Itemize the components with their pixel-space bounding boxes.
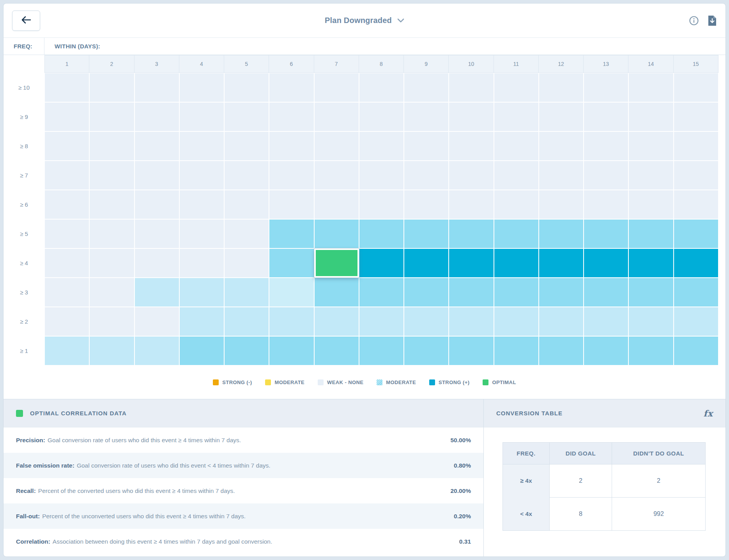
heatmap-cell[interactable] [449, 131, 494, 161]
heatmap-cell[interactable] [359, 307, 404, 336]
heatmap-cell[interactable] [628, 190, 673, 219]
heatmap-cell[interactable] [449, 102, 494, 131]
heatmap-cell[interactable] [179, 190, 224, 219]
heatmap-cell[interactable] [359, 336, 404, 365]
heatmap-cell[interactable] [539, 102, 584, 131]
heatmap-cell[interactable] [44, 336, 89, 365]
heatmap-cell[interactable] [134, 190, 179, 219]
heatmap-cell[interactable] [134, 248, 179, 278]
heatmap-cell[interactable] [89, 102, 134, 131]
heatmap-cell[interactable] [44, 131, 89, 161]
heatmap-cell[interactable] [314, 190, 359, 219]
heatmap-cell[interactable] [539, 219, 584, 248]
heatmap-cell[interactable] [628, 102, 673, 131]
heatmap-cell[interactable] [224, 336, 269, 365]
heatmap-cell[interactable] [539, 190, 584, 219]
heatmap-cell[interactable] [314, 336, 359, 365]
heatmap-cell[interactable] [359, 278, 404, 307]
heatmap-cell[interactable] [269, 248, 314, 278]
heatmap-cell[interactable] [44, 161, 89, 190]
heatmap-cell[interactable] [674, 307, 718, 336]
heatmap-cell[interactable] [404, 131, 449, 161]
heatmap-cell[interactable] [134, 102, 179, 131]
chevron-down-icon[interactable] [397, 18, 404, 23]
heatmap-cell[interactable] [224, 190, 269, 219]
heatmap-cell[interactable] [179, 278, 224, 307]
heatmap-cell[interactable] [314, 102, 359, 131]
heatmap-cell[interactable] [134, 278, 179, 307]
heatmap-cell[interactable] [584, 102, 628, 131]
heatmap-cell[interactable] [44, 278, 89, 307]
heatmap-cell-selected-optimal[interactable] [314, 248, 359, 278]
heatmap-cell[interactable] [224, 102, 269, 131]
heatmap-cell[interactable] [449, 161, 494, 190]
heatmap-cell[interactable] [674, 336, 718, 365]
heatmap-cell[interactable] [584, 336, 628, 365]
heatmap-cell[interactable] [179, 307, 224, 336]
heatmap-cell[interactable] [584, 131, 628, 161]
heatmap-cell[interactable] [404, 307, 449, 336]
heatmap-cell[interactable] [269, 161, 314, 190]
heatmap-cell[interactable] [449, 307, 494, 336]
heatmap-cell[interactable] [584, 73, 628, 102]
heatmap-cell[interactable] [224, 307, 269, 336]
heatmap-cell[interactable] [494, 248, 539, 278]
heatmap-cell[interactable] [89, 73, 134, 102]
heatmap-cell[interactable] [584, 161, 628, 190]
heatmap-cell[interactable] [179, 73, 224, 102]
heatmap-cell[interactable] [584, 219, 628, 248]
heatmap-cell[interactable] [89, 161, 134, 190]
heatmap-cell[interactable] [404, 336, 449, 365]
heatmap-cell[interactable] [89, 278, 134, 307]
heatmap-cell[interactable] [494, 73, 539, 102]
heatmap-cell[interactable] [539, 73, 584, 102]
heatmap-cell[interactable] [134, 73, 179, 102]
heatmap-cell[interactable] [628, 219, 673, 248]
heatmap-cell[interactable] [628, 73, 673, 102]
heatmap-cell[interactable] [314, 307, 359, 336]
heatmap-cell[interactable] [314, 161, 359, 190]
heatmap-cell[interactable] [584, 248, 628, 278]
heatmap-cell[interactable] [449, 190, 494, 219]
heatmap-cell[interactable] [404, 102, 449, 131]
heatmap-cell[interactable] [359, 190, 404, 219]
heatmap-cell[interactable] [539, 307, 584, 336]
heatmap-cell[interactable] [628, 278, 673, 307]
heatmap-cell[interactable] [179, 219, 224, 248]
heatmap-cell[interactable] [494, 131, 539, 161]
heatmap-cell[interactable] [359, 131, 404, 161]
heatmap-cell[interactable] [674, 73, 718, 102]
heatmap-cell[interactable] [404, 161, 449, 190]
heatmap-cell[interactable] [359, 73, 404, 102]
heatmap-cell[interactable] [134, 336, 179, 365]
heatmap-cell[interactable] [449, 336, 494, 365]
heatmap-cell[interactable] [179, 248, 224, 278]
heatmap-cell[interactable] [674, 278, 718, 307]
heatmap-cell[interactable] [314, 278, 359, 307]
heatmap-cell[interactable] [539, 278, 584, 307]
heatmap-cell[interactable] [269, 336, 314, 365]
heatmap-cell[interactable] [44, 248, 89, 278]
heatmap-cell[interactable] [224, 73, 269, 102]
heatmap-cell[interactable] [674, 131, 718, 161]
heatmap-cell[interactable] [224, 219, 269, 248]
heatmap-cell[interactable] [404, 73, 449, 102]
heatmap-cell[interactable] [404, 248, 449, 278]
heatmap-cell[interactable] [179, 102, 224, 131]
heatmap-cell[interactable] [674, 190, 718, 219]
heatmap-cell[interactable] [404, 278, 449, 307]
heatmap-cell[interactable] [449, 219, 494, 248]
heatmap-cell[interactable] [494, 307, 539, 336]
heatmap-cell[interactable] [89, 219, 134, 248]
heatmap-cell[interactable] [584, 278, 628, 307]
heatmap-cell[interactable] [44, 102, 89, 131]
heatmap-cell[interactable] [89, 248, 134, 278]
heatmap-cell[interactable] [584, 190, 628, 219]
heatmap-cell[interactable] [404, 190, 449, 219]
heatmap-cell[interactable] [539, 131, 584, 161]
heatmap-cell[interactable] [674, 219, 718, 248]
heatmap-cell[interactable] [179, 336, 224, 365]
heatmap-cell[interactable] [44, 219, 89, 248]
heatmap-cell[interactable] [494, 190, 539, 219]
heatmap-cell[interactable] [314, 131, 359, 161]
